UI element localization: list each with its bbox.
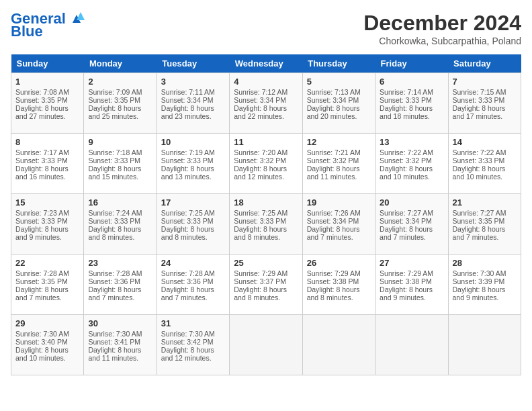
calendar-cell: 3 Sunrise: 7:11 AM Sunset: 3:34 PM Dayli… [157,73,229,134]
sunrise-label: Sunrise: 7:22 AM [380,148,433,156]
sunset-label: Sunset: 3:33 PM [234,217,286,225]
sunset-label: Sunset: 3:33 PM [161,156,214,165]
sunset-label: Sunset: 3:32 PM [234,156,286,165]
calendar-cell: 29 Sunrise: 7:30 AM Sunset: 3:40 PM Dayl… [11,315,84,375]
daylight-label: Daylight: 8 hours and 20 minutes. [307,104,360,120]
title-area: December 2024 Chorkowka, Subcarpathia, P… [363,11,521,46]
sunrise-label: Sunrise: 7:15 AM [453,88,506,96]
sunrise-label: Sunrise: 7:30 AM [161,330,215,338]
sunrise-label: Sunrise: 7:17 AM [15,148,69,156]
day-number: 18 [234,197,298,208]
calendar-cell: 23 Sunrise: 7:28 AM Sunset: 3:36 PM Dayl… [84,255,157,315]
day-number: 6 [380,77,443,87]
sunrise-label: Sunrise: 7:24 AM [88,209,142,217]
calendar-cell [302,315,375,375]
sunrise-label: Sunrise: 7:20 AM [234,148,287,156]
calendar-cell: 7 Sunrise: 7:15 AM Sunset: 3:33 PM Dayli… [448,73,521,134]
sunrise-label: Sunrise: 7:30 AM [88,330,142,338]
daylight-label: Daylight: 8 hours and 8 minutes. [234,225,287,241]
sunrise-label: Sunrise: 7:18 AM [88,148,142,156]
daylight-label: Daylight: 8 hours and 7 minutes. [380,225,433,241]
day-number: 9 [88,137,152,147]
col-saturday: Saturday [448,54,521,73]
calendar-cell: 10 Sunrise: 7:19 AM Sunset: 3:33 PM Dayl… [157,134,229,194]
daylight-label: Daylight: 8 hours and 9 minutes. [380,285,433,302]
daylight-label: Daylight: 8 hours and 16 minutes. [15,165,69,181]
daylight-label: Daylight: 8 hours and 17 minutes. [453,104,506,120]
sunrise-label: Sunrise: 7:27 AM [380,209,433,217]
sunset-label: Sunset: 3:33 PM [161,217,214,225]
sunrise-label: Sunrise: 7:14 AM [380,88,433,96]
sunrise-label: Sunrise: 7:13 AM [307,88,361,96]
calendar-cell: 8 Sunrise: 7:17 AM Sunset: 3:33 PM Dayli… [11,134,84,194]
daylight-label: Daylight: 8 hours and 7 minutes. [453,225,506,241]
sunrise-label: Sunrise: 7:30 AM [453,269,506,277]
sunset-label: Sunset: 3:37 PM [234,277,286,285]
calendar-week-1: 1 Sunrise: 7:08 AM Sunset: 3:35 PM Dayli… [11,73,521,134]
daylight-label: Daylight: 8 hours and 10 minutes. [453,165,506,181]
day-number: 30 [88,318,152,328]
sunset-label: Sunset: 3:35 PM [15,96,68,104]
sunset-label: Sunset: 3:38 PM [307,277,359,285]
sunset-label: Sunset: 3:33 PM [88,156,140,165]
sunrise-label: Sunrise: 7:26 AM [307,209,361,217]
daylight-label: Daylight: 8 hours and 7 minutes. [161,285,214,302]
daylight-label: Daylight: 8 hours and 7 minutes. [307,225,360,241]
day-number: 2 [88,77,152,87]
calendar-cell: 31 Sunrise: 7:30 AM Sunset: 3:42 PM Dayl… [157,315,229,375]
day-number: 29 [15,318,79,328]
sunrise-label: Sunrise: 7:12 AM [234,88,287,96]
col-thursday: Thursday [302,54,375,73]
col-friday: Friday [375,54,448,73]
sunset-label: Sunset: 3:33 PM [15,156,68,165]
daylight-label: Daylight: 8 hours and 7 minutes. [15,285,69,302]
calendar-cell: 11 Sunrise: 7:20 AM Sunset: 3:32 PM Dayl… [230,134,302,194]
day-number: 17 [161,197,225,208]
sunrise-label: Sunrise: 7:21 AM [307,148,361,156]
location: Chorkowka, Subcarpathia, Poland [363,36,521,46]
daylight-label: Daylight: 8 hours and 15 minutes. [88,165,141,181]
calendar-week-5: 29 Sunrise: 7:30 AM Sunset: 3:40 PM Dayl… [11,315,521,375]
calendar-cell: 16 Sunrise: 7:24 AM Sunset: 3:33 PM Dayl… [84,194,157,255]
sunrise-label: Sunrise: 7:11 AM [161,88,215,96]
day-number: 27 [380,258,443,268]
daylight-label: Daylight: 8 hours and 11 minutes. [307,165,360,181]
sunrise-label: Sunrise: 7:27 AM [453,209,506,217]
calendar-cell: 22 Sunrise: 7:28 AM Sunset: 3:35 PM Dayl… [11,255,84,315]
calendar-cell: 18 Sunrise: 7:25 AM Sunset: 3:33 PM Dayl… [230,194,302,255]
header-row: Sunday Monday Tuesday Wednesday Thursday… [11,54,521,73]
col-monday: Monday [84,54,157,73]
daylight-label: Daylight: 8 hours and 12 minutes. [161,346,214,362]
calendar-cell: 15 Sunrise: 7:23 AM Sunset: 3:33 PM Dayl… [11,194,84,255]
calendar-cell: 21 Sunrise: 7:27 AM Sunset: 3:35 PM Dayl… [448,194,521,255]
calendar-cell: 4 Sunrise: 7:12 AM Sunset: 3:34 PM Dayli… [230,73,302,134]
sunrise-label: Sunrise: 7:25 AM [161,209,215,217]
sunset-label: Sunset: 3:35 PM [88,96,140,104]
col-wednesday: Wednesday [230,54,302,73]
sunrise-label: Sunrise: 7:25 AM [234,209,287,217]
day-number: 23 [88,258,152,268]
daylight-label: Daylight: 8 hours and 10 minutes. [380,165,433,181]
header: General Blue December 2024 Chorkowka, Su… [11,11,521,46]
day-number: 22 [15,258,79,268]
calendar-cell: 30 Sunrise: 7:30 AM Sunset: 3:41 PM Dayl… [84,315,157,375]
sunrise-label: Sunrise: 7:29 AM [380,269,433,277]
calendar-cell: 5 Sunrise: 7:13 AM Sunset: 3:34 PM Dayli… [302,73,375,134]
day-number: 12 [307,137,371,147]
sunrise-label: Sunrise: 7:09 AM [88,88,142,96]
sunset-label: Sunset: 3:34 PM [307,217,359,225]
month-title: December 2024 [363,11,521,36]
sunrise-label: Sunrise: 7:28 AM [15,269,69,277]
day-number: 10 [161,137,225,147]
calendar-cell: 1 Sunrise: 7:08 AM Sunset: 3:35 PM Dayli… [11,73,84,134]
day-number: 15 [15,197,79,208]
day-number: 28 [453,258,517,268]
sunrise-label: Sunrise: 7:29 AM [307,269,361,277]
calendar-week-3: 15 Sunrise: 7:23 AM Sunset: 3:33 PM Dayl… [11,194,521,255]
day-number: 11 [234,137,298,147]
calendar-cell: 24 Sunrise: 7:28 AM Sunset: 3:36 PM Dayl… [157,255,229,315]
calendar-cell: 27 Sunrise: 7:29 AM Sunset: 3:38 PM Dayl… [375,255,448,315]
sunrise-label: Sunrise: 7:22 AM [453,148,506,156]
daylight-label: Daylight: 8 hours and 23 minutes. [161,104,214,120]
day-number: 31 [161,318,225,328]
